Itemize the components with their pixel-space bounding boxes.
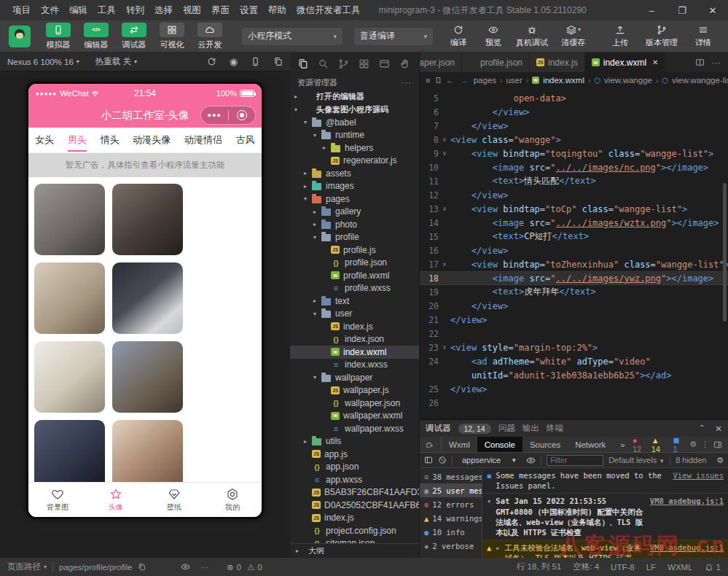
minimize-button[interactable]: – (636, 0, 667, 20)
more-actions-icon[interactable]: ··· (200, 563, 209, 572)
outline-section[interactable]: ▸ 大纲 (290, 543, 419, 558)
avatar-photo[interactable] (112, 184, 183, 255)
tab-debugger[interactable]: 调试器 (426, 423, 451, 434)
tree-row[interactable]: wallpaper.wxss (290, 422, 419, 435)
menu-item[interactable]: 选择 (149, 4, 178, 17)
filter-verbose[interactable]: ❖2 verbose (420, 539, 482, 553)
code-line[interactable]: 20 </view> (420, 299, 728, 313)
code-line[interactable]: 24 <ad adTheme="white" adType="video" (420, 354, 728, 368)
record-icon[interactable]: ◉ (230, 56, 238, 67)
tree-row[interactable]: wallpaper.json (290, 397, 419, 410)
code-line[interactable]: unitId="adunit-31eb038a1ebb6b25"></ad> (420, 368, 728, 382)
close-tab-icon[interactable]: ✕ (652, 58, 658, 66)
tab-wxml[interactable]: Wxml (442, 437, 477, 452)
extensions-icon[interactable] (359, 58, 369, 69)
cursor-position[interactable]: 行 18, 列 51 (517, 561, 561, 572)
crumb-element-1[interactable]: view.wangge (604, 76, 652, 85)
menu-item[interactable]: 视图 (178, 4, 206, 17)
tree-row[interactable]: index.json (290, 333, 419, 346)
menu-item[interactable]: 转到 (121, 4, 149, 17)
tree-row[interactable]: index.js (290, 512, 419, 525)
files-icon[interactable] (297, 58, 308, 69)
code-line[interactable]: 19 <text>虎年拜年</text> (420, 285, 728, 299)
filter-info[interactable]: ●10 info (420, 525, 482, 539)
more-dots-icon[interactable]: ●●● (201, 112, 228, 119)
code-line[interactable]: 13 ∨ <view bindtap="toCp" class="wangge-… (420, 202, 728, 216)
mode-select[interactable]: 小程序模式▾ (242, 28, 343, 45)
code-line[interactable]: 9 ∨ <view bindtap="toqingtou" class="wan… (420, 147, 728, 160)
page-path-select[interactable]: 页面路径▾ (7, 561, 47, 572)
tab-profile-json[interactable]: profile.json (462, 52, 530, 72)
device-select[interactable]: Nexus 6 100% 16▾ (7, 58, 79, 66)
code-line[interactable]: 7 </view> (420, 119, 728, 133)
avatar-photo[interactable] (112, 262, 183, 334)
tree-row[interactable]: ▸ images (290, 180, 419, 193)
avatar-photo[interactable] (112, 341, 183, 413)
tree-row[interactable]: wallpaper.wxml (290, 410, 419, 423)
menu-item[interactable]: 设置 (235, 4, 263, 17)
hot-reload-select[interactable]: 热重载 关▾ (95, 56, 137, 67)
category-tab[interactable]: 女头 (35, 128, 54, 152)
upload-button[interactable]: 上传 (601, 24, 639, 48)
phone-frame-icon[interactable] (251, 57, 260, 66)
tree-row[interactable]: ▾ wallpaper (290, 371, 419, 384)
search-icon[interactable] (318, 58, 329, 69)
tabbar-wallpaper[interactable]: 壁纸 (145, 483, 203, 517)
code-line[interactable]: 6 </view> (420, 105, 728, 119)
fold-icon[interactable]: ∨ (439, 261, 450, 268)
fold-icon[interactable]: ∨ (439, 136, 450, 143)
code-line[interactable]: 23 ∨ <view style="margin-top:2%"> (420, 340, 728, 354)
gear-icon[interactable]: ⚙ (689, 440, 697, 449)
menu-item[interactable]: 微信开发者工具 (291, 4, 366, 17)
compile-mode-select[interactable]: 普通编译▾ (354, 28, 433, 45)
rotate-icon[interactable] (207, 57, 216, 66)
tree-row[interactable]: ▾ profile (290, 231, 419, 244)
version-control-button[interactable]: 版本管理 (641, 24, 683, 48)
filter-all-messages[interactable]: ≡38 messages (420, 470, 482, 483)
indent-setting[interactable]: 空格: 4 (573, 561, 599, 572)
tree-row[interactable]: ▸ text (290, 295, 419, 308)
tree-row[interactable]: ▾ runtime (290, 129, 419, 142)
levels-select[interactable]: Default levels ▼ (608, 456, 665, 464)
preview-button[interactable]: 预览 (477, 24, 510, 48)
code-line[interactable]: 11 <text>情头匹配</text> (420, 174, 728, 188)
tabbar-background[interactable]: 背景图 (28, 483, 87, 517)
window-icon[interactable] (379, 58, 390, 69)
tab-problems[interactable]: 问题 (498, 423, 515, 434)
tree-row[interactable]: index.wxss (290, 359, 419, 372)
avatar-photo[interactable] (34, 420, 105, 482)
tree-row[interactable]: ▾ user (290, 308, 419, 321)
gear-icon[interactable]: ⚙ (716, 456, 724, 465)
tree-row[interactable]: ▸ helpers (290, 141, 419, 155)
kebab-menu-icon[interactable]: ⋮ (701, 440, 709, 449)
tab-output[interactable]: 输出 (522, 423, 539, 434)
nav-forward-icon[interactable]: → (460, 75, 469, 85)
tab-terminal[interactable]: 终端 (547, 423, 563, 434)
menu-item[interactable]: 帮助 (263, 4, 291, 17)
hand-icon[interactable] (399, 58, 410, 69)
tree-row[interactable]: profile.wxml (290, 269, 419, 282)
tree-row[interactable]: ▾ @babel (290, 116, 419, 129)
code-line[interactable]: 10 <image src="../../images/nc.png"></im… (420, 160, 728, 174)
tabbar-mine[interactable]: 我的 (203, 483, 262, 517)
tab-console[interactable]: Console (477, 437, 522, 452)
more-actions-icon[interactable]: ··· (712, 58, 721, 68)
tree-row[interactable]: ▸ gallery (290, 206, 419, 219)
code-line[interactable]: 16 </view> (420, 244, 728, 257)
tree-row[interactable]: sitemap.json (290, 537, 419, 544)
tree-row[interactable]: D0A25052CBF41AAFB6... (290, 499, 419, 512)
code-line[interactable]: 17 ∨ <view bindtap="toZhenxinhua" class=… (420, 257, 728, 271)
crumb-pages[interactable]: pages (474, 76, 496, 85)
menu-item[interactable]: 编辑 (64, 4, 93, 17)
source-link[interactable]: VM8 asdebug.js:1 (650, 542, 724, 558)
eye-icon[interactable] (526, 456, 536, 465)
editor-button[interactable]: </> 编辑器 (79, 23, 114, 50)
problems-indicator[interactable]: ⊗0 ⚠0 (227, 562, 262, 572)
avatar-photo[interactable] (112, 420, 183, 482)
more-tabs-icon[interactable]: » (613, 437, 632, 452)
language-mode[interactable]: WXML (668, 563, 693, 572)
inspect-icon[interactable] (426, 440, 435, 449)
tree-row[interactable]: ▸ photo (290, 218, 419, 231)
debugger-button[interactable]: 调试器 (117, 23, 152, 50)
tree-row[interactable]: wallpaper.js (290, 384, 419, 397)
